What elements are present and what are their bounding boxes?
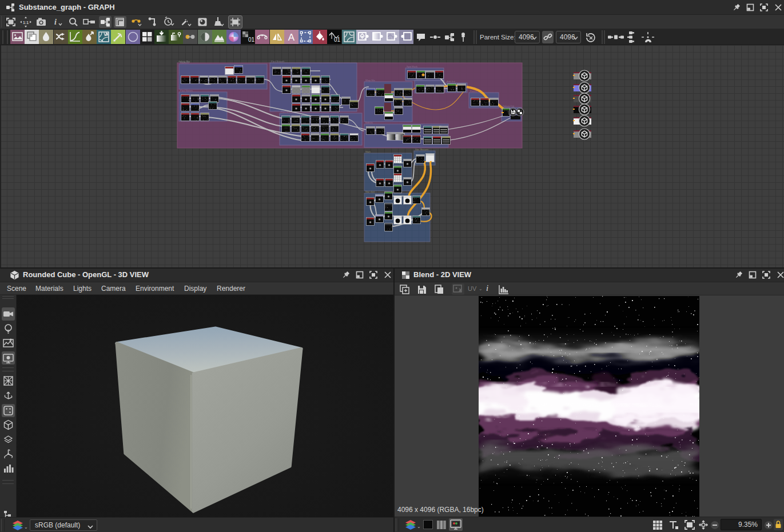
svg-text:Spot Mask: Spot Mask <box>407 65 417 68</box>
svg-text:Pixel Noises: Pixel Noises <box>180 89 193 92</box>
svg-text:01: 01 <box>334 37 341 43</box>
svg-text:Warp Mix: Warp Mix <box>365 79 375 82</box>
svg-text:01: 01 <box>248 37 255 43</box>
svg-text:Galaxy Out: Galaxy Out <box>503 105 515 107</box>
svg-text:Stars: Stars <box>365 150 371 153</box>
svg-text:i: i <box>54 18 57 26</box>
svg-text:Add Grit: Add Grit <box>447 80 456 83</box>
svg-text:Starfield: Starfield <box>180 61 189 64</box>
svg-text:A: A <box>288 32 295 43</box>
svg-text:Nebula: Nebula <box>365 121 373 124</box>
svg-text:Pixel Smooth: Pixel Smooth <box>271 60 285 63</box>
svg-text:Star Sharpen: Star Sharpen <box>415 148 429 151</box>
svg-text:Star dust: Star dust <box>365 190 375 193</box>
svg-text:1:1: 1:1 <box>23 21 29 25</box>
